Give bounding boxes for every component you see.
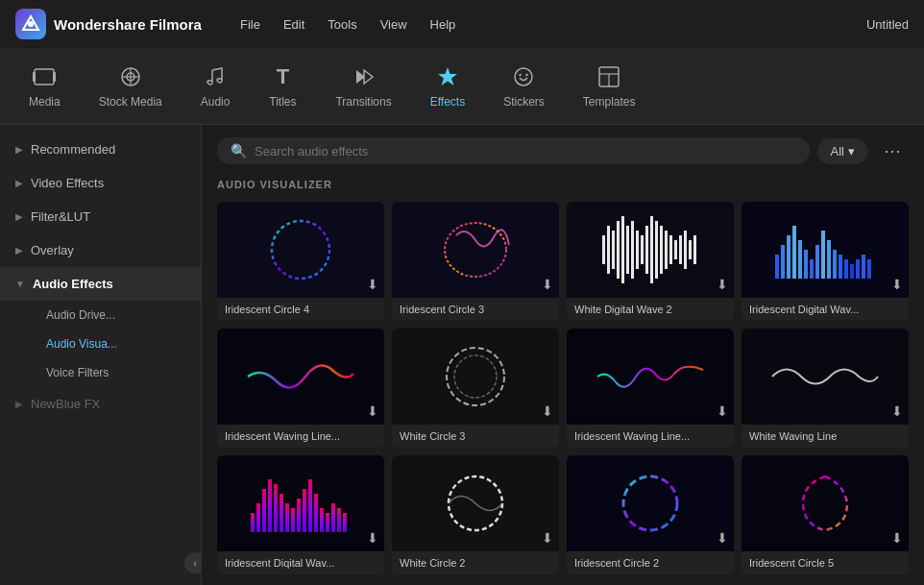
download-icon: ⬇	[891, 277, 903, 292]
sidebar-label-newblue-fx: NewBlue FX	[31, 397, 100, 411]
search-bar: 🔍 All ▾ ⋯	[217, 136, 909, 165]
tab-effects[interactable]: Effects	[411, 57, 484, 116]
menu-view[interactable]: View	[380, 17, 407, 32]
svg-rect-60	[256, 503, 260, 532]
sidebar-sub-voice-filters[interactable]: Voice Filters	[31, 358, 201, 387]
sidebar-item-overlay[interactable]: ▶ Overlay	[0, 233, 201, 267]
sidebar-label-filter-lut: Filter&LUT	[31, 209, 90, 224]
titles-icon: T	[277, 64, 289, 89]
svg-rect-42	[787, 235, 790, 279]
sidebar-sub-audio-drive[interactable]: Audio Drive...	[31, 301, 201, 329]
chevron-down-icon: ▼	[15, 279, 25, 289]
svg-rect-72	[326, 513, 329, 532]
effect-card-white-waving-line[interactable]: ⬇ White Waving Line	[742, 329, 909, 448]
svg-rect-34	[669, 235, 672, 264]
tab-audio[interactable]: Audio	[182, 57, 250, 116]
svg-rect-64	[280, 494, 283, 532]
tab-transitions[interactable]: Transitions	[316, 57, 410, 116]
chevron-right-icon: ▶	[15, 399, 23, 409]
effect-card-iridescent-waving-line-2[interactable]: ⬇ Iridescent Waving Line...	[567, 329, 734, 448]
effect-thumb: ⬇	[567, 202, 734, 298]
search-input[interactable]	[255, 144, 796, 158]
tab-stickers-label: Stickers	[503, 95, 545, 109]
effect-thumb: ⬇	[742, 455, 909, 551]
svg-rect-61	[262, 489, 266, 532]
svg-rect-73	[331, 503, 335, 532]
svg-rect-37	[684, 231, 687, 269]
effect-card-white-circle-2[interactable]: ⬇ White Circle 2	[392, 455, 559, 574]
filter-label: All	[831, 144, 844, 158]
effect-thumb: ⬇	[217, 329, 384, 425]
svg-rect-54	[856, 259, 860, 279]
effect-label: Iridescent Waving Line...	[567, 425, 734, 448]
filter-button[interactable]: All ▾	[817, 138, 868, 164]
svg-rect-28	[641, 235, 644, 264]
logo-icon	[15, 9, 46, 39]
effect-card-iridescent-digital-wav-2[interactable]: ⬇ Iridescent Diqital Wav...	[217, 455, 384, 574]
svg-rect-35	[674, 240, 677, 259]
templates-icon	[596, 64, 621, 89]
download-icon: ⬇	[717, 530, 728, 546]
svg-rect-49	[827, 240, 831, 279]
app-logo: Wondershare Filmora	[15, 9, 202, 39]
svg-rect-59	[251, 513, 255, 532]
search-input-wrap[interactable]: 🔍	[217, 137, 810, 164]
sidebar-item-recommended[interactable]: ▶ Recommended	[0, 133, 201, 166]
effect-label: Iridescent Circle 3	[392, 298, 559, 321]
effect-card-iridescent-circle-4[interactable]: ⬇ Iridescent Circle 4	[217, 202, 384, 321]
svg-rect-71	[320, 508, 324, 532]
effect-card-iridescent-circle-5[interactable]: ⬇ Iridescent Circle 5	[742, 455, 909, 574]
sidebar-collapse-button[interactable]: ‹	[184, 552, 202, 573]
svg-point-12	[515, 68, 532, 85]
svg-rect-41	[781, 245, 785, 279]
svg-point-77	[623, 476, 677, 530]
svg-rect-65	[285, 503, 289, 532]
svg-rect-30	[650, 216, 653, 283]
effect-label: Iridescent Circle 5	[742, 551, 909, 574]
svg-rect-67	[297, 499, 301, 532]
more-options-button[interactable]: ⋯	[876, 136, 909, 165]
sidebar-item-filter-lut[interactable]: ▶ Filter&LUT	[0, 200, 201, 233]
svg-rect-21	[607, 226, 610, 274]
effect-label: White Circle 3	[392, 425, 559, 448]
effect-thumb: ⬇	[392, 329, 559, 425]
effect-card-iridescent-digital-wav[interactable]: ⬇ Iridescent Digital Wav...	[742, 202, 909, 321]
effect-thumb: ⬇	[217, 202, 384, 298]
sidebar-item-video-effects[interactable]: ▶ Video Effects	[0, 166, 201, 200]
effect-card-white-circle-3[interactable]: ⬇ White Circle 3	[392, 329, 559, 448]
tab-titles[interactable]: T Titles	[249, 57, 316, 116]
effects-icon	[435, 64, 460, 89]
effect-card-iridescent-circle-3[interactable]: ⬇ Iridescent Circle 3	[392, 202, 559, 321]
svg-point-18	[272, 221, 329, 279]
svg-rect-29	[645, 226, 648, 274]
tab-templates[interactable]: Templates	[564, 57, 655, 116]
svg-rect-47	[815, 245, 819, 279]
menu-tools[interactable]: Tools	[328, 17, 356, 32]
menu-help[interactable]: Help	[430, 17, 456, 32]
sidebar-item-audio-effects[interactable]: ▼ Audio Effects	[0, 267, 201, 301]
tab-media-label: Media	[29, 95, 61, 109]
effect-card-iridescent-circle-2[interactable]: ⬇ Iridescent Circle 2	[567, 455, 734, 574]
menu-bar: File Edit Tools View Help	[240, 17, 455, 32]
effect-card-iridescent-waving-line-1[interactable]: ⬇ Iridescent Waving Line...	[217, 329, 384, 448]
effect-thumb: ⬇	[217, 455, 384, 551]
svg-rect-4	[53, 72, 56, 82]
download-icon: ⬇	[542, 403, 553, 419]
chevron-right-icon: ▶	[15, 178, 23, 188]
sidebar-label-recommended: Recommended	[31, 142, 115, 157]
collapse-icon: ‹	[193, 557, 197, 569]
sidebar-item-newblue-fx[interactable]: ▶ NewBlue FX	[0, 387, 201, 421]
svg-rect-39	[693, 235, 696, 264]
sidebar-label-audio-effects: Audio Effects	[33, 277, 113, 291]
tab-stock-media[interactable]: Stock Media	[80, 57, 182, 116]
menu-edit[interactable]: Edit	[283, 17, 304, 32]
tab-media[interactable]: Media	[10, 57, 80, 116]
sidebar-sub-audio-visua[interactable]: Audio Visua...	[31, 329, 201, 358]
effect-card-white-digital-wave-2[interactable]: ⬇ White Digital Wave 2	[567, 202, 734, 321]
download-icon: ⬇	[891, 530, 903, 546]
download-icon: ⬇	[542, 530, 553, 546]
menu-file[interactable]: File	[240, 17, 260, 32]
sidebar-sub-audio: Audio Drive... Audio Visua... Voice Filt…	[0, 301, 201, 387]
tab-stickers[interactable]: Stickers	[484, 57, 564, 116]
svg-rect-3	[33, 72, 36, 82]
